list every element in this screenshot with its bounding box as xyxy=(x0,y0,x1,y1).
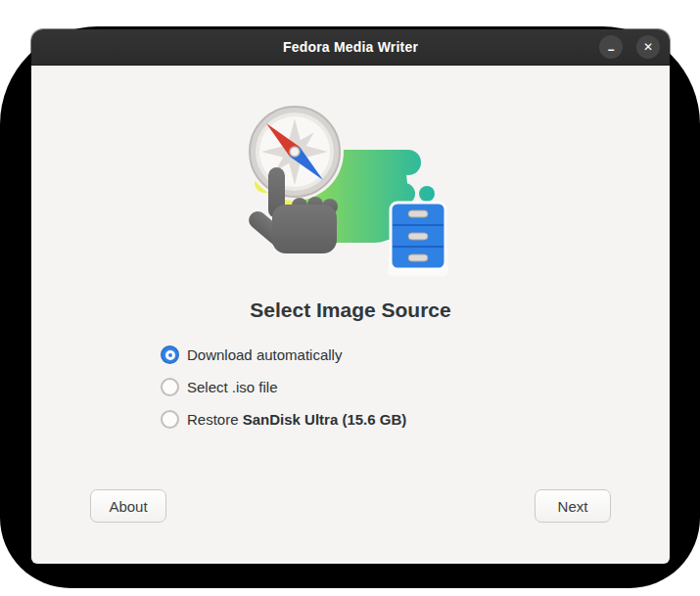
titlebar[interactable]: Fedora Media Writer − ✕ xyxy=(31,29,670,66)
option-label: Restore SanDisk Ultra (15.6 GB) xyxy=(187,411,406,428)
about-button[interactable]: About xyxy=(90,489,166,523)
main-content: Select Image Source Download automatical… xyxy=(31,66,670,564)
close-icon: ✕ xyxy=(643,41,653,53)
option-select-iso-file[interactable]: Select .iso file xyxy=(161,378,670,396)
radio-restore-drive[interactable] xyxy=(161,410,179,429)
minimize-button[interactable]: − xyxy=(599,35,623,59)
fedora-media-writer-window: Fedora Media Writer − ✕ xyxy=(31,29,670,564)
media-writer-illustration xyxy=(233,89,468,285)
drawer-cabinet-icon xyxy=(388,203,448,276)
page-title: Select Image Source xyxy=(31,298,670,322)
option-restore-drive[interactable]: Restore SanDisk Ultra (15.6 GB) xyxy=(161,410,670,429)
radio-select-iso-file[interactable] xyxy=(161,378,179,396)
radio-download-automatically[interactable] xyxy=(161,345,179,364)
option-label: Select .iso file xyxy=(187,379,278,395)
option-download-automatically[interactable]: Download automatically xyxy=(161,345,670,364)
compass-icon xyxy=(246,103,344,201)
window-controls: − ✕ xyxy=(599,29,660,65)
option-label: Download automatically xyxy=(187,346,342,363)
close-button[interactable]: ✕ xyxy=(636,35,660,59)
window-title: Fedora Media Writer xyxy=(283,39,418,55)
image-source-options: Download automatically Select .iso file … xyxy=(161,345,670,429)
next-button[interactable]: Next xyxy=(535,489,611,523)
action-bar: About Next xyxy=(31,489,670,523)
minimize-icon: − xyxy=(607,44,614,56)
illustration xyxy=(31,89,670,285)
